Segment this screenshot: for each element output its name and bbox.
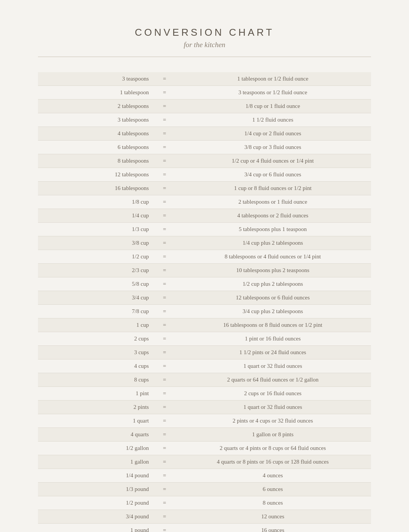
table-row: 2 cups=1 pint or 16 fluid ounces — [38, 332, 371, 346]
cell-right: 1/8 cup or 1 fluid ounce — [175, 100, 371, 113]
cell-right: 1 pint or 16 fluid ounces — [175, 332, 371, 346]
cell-left: 4 tablespoons — [38, 127, 155, 141]
table-row: 3/4 pound=12 ounces — [38, 510, 371, 524]
cell-equals: = — [155, 428, 175, 442]
cell-right: 3/4 cup plus 2 tablespoons — [175, 305, 371, 318]
cell-equals: = — [155, 100, 175, 113]
cell-equals: = — [155, 154, 175, 168]
table-row: 1/2 gallon=2 quarts or 4 pints or 8 cups… — [38, 442, 371, 455]
table-row: 1/2 cup=8 tablespoons or 4 fluid ounces … — [38, 250, 371, 264]
cell-equals: = — [155, 209, 175, 223]
cell-right: 2 tablespoons or 1 fluid ounce — [175, 195, 371, 209]
cell-equals: = — [155, 113, 175, 127]
cell-right: 1 tablespoon or 1/2 fluid ounce — [175, 72, 371, 86]
table-row: 1 pint=2 cups or 16 fluid ounces — [38, 387, 371, 401]
cell-right: 4 quarts or 8 pints or 16 cups or 128 fl… — [175, 455, 371, 469]
page-title: CONVERSION CHART — [38, 27, 371, 38]
cell-equals: = — [155, 127, 175, 141]
cell-equals: = — [155, 346, 175, 359]
cell-left: 1 pound — [38, 524, 155, 532]
conversion-table: 3 teaspoons=1 tablespoon or 1/2 fluid ou… — [38, 72, 371, 532]
cell-left: 12 tablespoons — [38, 168, 155, 182]
table-row: 1 cup=16 tablespoons or 8 fluid ounces o… — [38, 318, 371, 332]
table-row: 1 pound=16 ounces — [38, 524, 371, 532]
cell-right: 3 teaspoons or 1/2 fluid ounce — [175, 86, 371, 100]
cell-right: 12 ounces — [175, 510, 371, 524]
cell-equals: = — [155, 195, 175, 209]
cell-right: 8 ounces — [175, 496, 371, 510]
table-row: 1/3 cup=5 tablespoons plus 1 teaspoon — [38, 223, 371, 236]
cell-equals: = — [155, 72, 175, 86]
cell-left: 2 tablespoons — [38, 100, 155, 113]
cell-right: 2 pints or 4 cups or 32 fluid ounces — [175, 414, 371, 428]
table-row: 3/8 cup=1/4 cup plus 2 tablespoons — [38, 236, 371, 250]
cell-left: 2 cups — [38, 332, 155, 346]
cell-left: 1/4 cup — [38, 209, 155, 223]
table-row: 3 tablespoons=1 1/2 fluid ounces — [38, 113, 371, 127]
cell-right: 4 ounces — [175, 469, 371, 483]
cell-equals: = — [155, 510, 175, 524]
table-row: 4 quarts=1 gallon or 8 pints — [38, 428, 371, 442]
cell-equals: = — [155, 469, 175, 483]
cell-equals: = — [155, 359, 175, 373]
cell-left: 2/3 cup — [38, 264, 155, 277]
table-row: 12 tablespoons=3/4 cup or 6 fluid ounces — [38, 168, 371, 182]
cell-equals: = — [155, 524, 175, 532]
table-row: 1/3 pound=6 ounces — [38, 483, 371, 496]
cell-equals: = — [155, 277, 175, 291]
table-row: 1 quart=2 pints or 4 cups or 32 fluid ou… — [38, 414, 371, 428]
cell-equals: = — [155, 223, 175, 236]
cell-left: 7/8 cup — [38, 305, 155, 318]
cell-left: 3 tablespoons — [38, 113, 155, 127]
cell-equals: = — [155, 141, 175, 154]
table-row: 1/4 pound=4 ounces — [38, 469, 371, 483]
table-row: 1/8 cup=2 tablespoons or 1 fluid ounce — [38, 195, 371, 209]
cell-equals: = — [155, 387, 175, 401]
cell-right: 16 ounces — [175, 524, 371, 532]
cell-left: 16 tablespoons — [38, 182, 155, 195]
table-row: 5/8 cup=1/2 cup plus 2 tablespoons — [38, 277, 371, 291]
cell-equals: = — [155, 264, 175, 277]
cell-right: 1/2 cup plus 2 tablespoons — [175, 277, 371, 291]
cell-equals: = — [155, 86, 175, 100]
cell-equals: = — [155, 291, 175, 305]
cell-left: 1/2 pound — [38, 496, 155, 510]
cell-right: 1/2 cup or 4 fluid ounces or 1/4 pint — [175, 154, 371, 168]
cell-equals: = — [155, 483, 175, 496]
cell-right: 12 tablespoons or 6 fluid ounces — [175, 291, 371, 305]
table-row: 7/8 cup=3/4 cup plus 2 tablespoons — [38, 305, 371, 318]
cell-left: 3/4 cup — [38, 291, 155, 305]
cell-equals: = — [155, 168, 175, 182]
table-row: 8 cups=2 quarts or 64 fluid ounces or 1/… — [38, 373, 371, 387]
cell-equals: = — [155, 414, 175, 428]
cell-left: 1/8 cup — [38, 195, 155, 209]
cell-right: 2 quarts or 4 pints or 8 cups or 64 flui… — [175, 442, 371, 455]
cell-right: 1/4 cup plus 2 tablespoons — [175, 236, 371, 250]
cell-left: 3 cups — [38, 346, 155, 359]
table-row: 2 pints=1 quart or 32 fluid ounces — [38, 401, 371, 414]
cell-left: 8 cups — [38, 373, 155, 387]
table-row: 1/4 cup=4 tablespoons or 2 fluid ounces — [38, 209, 371, 223]
cell-left: 8 tablespoons — [38, 154, 155, 168]
page: CONVERSION CHART for the kitchen 3 teasp… — [8, 8, 401, 532]
page-subtitle: for the kitchen — [38, 41, 371, 49]
header: CONVERSION CHART for the kitchen — [38, 27, 371, 57]
table-row: 2 tablespoons=1/8 cup or 1 fluid ounce — [38, 100, 371, 113]
cell-right: 2 quarts or 64 fluid ounces or 1/2 gallo… — [175, 373, 371, 387]
cell-right: 10 tablespoons plus 2 teaspoons — [175, 264, 371, 277]
cell-right: 1 1/2 fluid ounces — [175, 113, 371, 127]
cell-equals: = — [155, 182, 175, 195]
cell-right: 1 1/2 pints or 24 fluid ounces — [175, 346, 371, 359]
cell-left: 2 pints — [38, 401, 155, 414]
cell-equals: = — [155, 305, 175, 318]
cell-left: 1 gallon — [38, 455, 155, 469]
cell-right: 1 cup or 8 fluid ounces or 1/2 pint — [175, 182, 371, 195]
cell-left: 1 cup — [38, 318, 155, 332]
cell-right: 1/4 cup or 2 fluid ounces — [175, 127, 371, 141]
cell-equals: = — [155, 455, 175, 469]
cell-right: 8 tablespoons or 4 fluid ounces or 1/4 p… — [175, 250, 371, 264]
cell-left: 1/2 gallon — [38, 442, 155, 455]
table-row: 8 tablespoons=1/2 cup or 4 fluid ounces … — [38, 154, 371, 168]
cell-left: 1 quart — [38, 414, 155, 428]
cell-right: 1 quart or 32 fluid ounces — [175, 401, 371, 414]
